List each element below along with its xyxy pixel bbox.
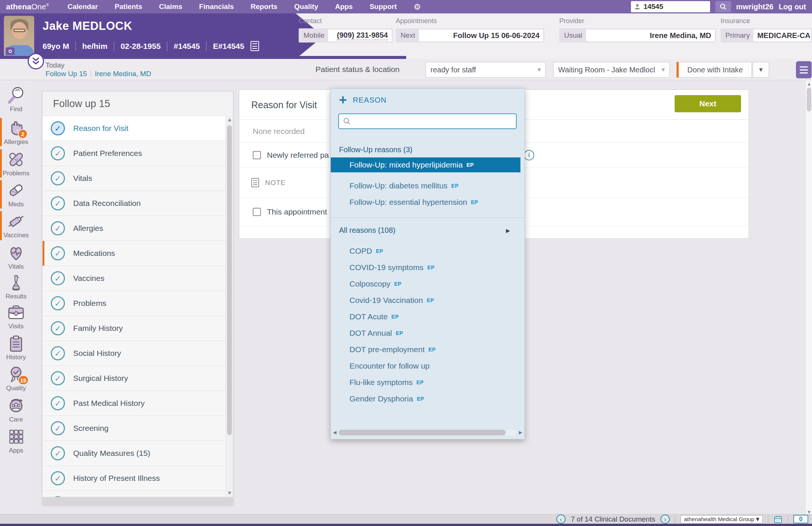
patient-id: #14545 [174,42,200,51]
checklist-title: Follow up 15 [43,92,233,116]
checklist-item-past-medical-history[interactable]: ✓Past Medical History [43,391,233,416]
reason-option-dot-pre-employment[interactable]: DOT pre-employmentEP [331,342,520,357]
patient-location-select[interactable]: Waiting Room - Jake Medlocl▼ [553,62,670,78]
reason-option-flu-like-symptoms[interactable]: Flu-like symptomsEP [331,375,520,390]
scroll-right-icon[interactable]: ▶ [519,430,522,435]
next-button[interactable]: Next [675,95,741,112]
checklist-item-problems[interactable]: ✓Problems [43,291,233,316]
nav-item-support[interactable]: Support [370,3,397,11]
info-icon[interactable]: i [524,150,534,160]
rail-item-quality[interactable]: 15 Quality [0,364,32,392]
reason-option-essential-hypertension[interactable]: Follow-Up: essential hypertensionEP [331,195,520,210]
nav-item-apps[interactable]: Apps [335,3,353,11]
search-button[interactable] [715,1,731,12]
chart-menu-button[interactable] [796,61,812,78]
newly-referred-checkbox[interactable] [253,151,261,159]
nav-item-patients[interactable]: Patients [115,3,142,11]
reason-option-gender-dysphoria[interactable]: Gender DysphoriaEP [331,391,520,406]
rail-item-visits[interactable]: Visits [0,302,32,330]
rail-item-vitals[interactable]: Vitals [0,242,32,270]
reason-option-encounter-for-follow-up[interactable]: Encounter for follow up [331,359,520,373]
contact-key: Mobile [300,29,328,41]
add-reason-label: REASON [353,96,386,104]
next-document-button[interactable]: › [660,514,670,524]
athenaone-logo[interactable]: athenaOne® [6,2,49,11]
scroll-down-icon[interactable]: ▼ [226,491,233,495]
reason-option-dot-acute[interactable]: DOT AcuteEP [331,309,520,324]
chevron-down-icon: ▼ [538,67,541,72]
checklist-item-screening[interactable]: ✓Screening [43,416,233,441]
gear-icon[interactable]: ⚙ [414,2,421,12]
scroll-up-icon[interactable]: ▲ [806,82,812,86]
rail-item-find[interactable]: Find [0,85,32,113]
reason-option-colposcopy[interactable]: ColposcopyEP [331,276,520,291]
nav-item-reports[interactable]: Reports [251,3,277,11]
logout-button[interactable]: Log out [779,3,806,11]
rail-item-vaccines[interactable]: Vaccines [0,211,32,239]
calendar-icon[interactable] [774,515,783,524]
rail-item-meds[interactable]: Meds [0,180,32,208]
checklist-item-allergies[interactable]: ✓Allergies [43,216,233,241]
done-with-intake-button[interactable]: Done with Intake [679,62,752,78]
checklist-scroll-thumb[interactable] [227,125,232,435]
checklist-item-data-reconciliation[interactable]: ✓Data Reconciliation [43,191,233,216]
checklist-item-surgical-history[interactable]: ✓Surgical History [43,366,233,391]
check-circle-icon: ✓ [51,446,65,460]
checklist-item-quality-measures[interactable]: ✓Quality Measures (15) [43,441,233,466]
search-input[interactable] [644,3,688,11]
reason-option-covid19-vaccination[interactable]: Covid-19 VaccinationEP [331,293,520,308]
nav-item-quality[interactable]: Quality [294,3,318,11]
appointment-checkbox[interactable] [253,208,261,216]
page-scroll-thumb[interactable] [807,88,811,112]
quality-count-badge: 15 [18,375,29,385]
checklist-item-vitals[interactable]: ✓Vitals [43,166,233,191]
all-reasons-header[interactable]: All reasons (108)▶ [339,226,510,235]
nav-item-calendar[interactable]: Calendar [68,3,98,11]
checklist-scrollbar[interactable]: ▲ ▼ [225,116,233,497]
camera-icon[interactable] [6,47,15,55]
encounter-link[interactable]: Follow Up 15 [46,70,87,78]
previous-document-button[interactable]: ‹ [556,514,566,524]
checklist-item-family-history[interactable]: ✓Family History [43,316,233,341]
reason-option-mixed-hyperlipidemia[interactable]: Follow-Up: mixed hyperlipidemiaEP [331,157,520,172]
page-scrollbar[interactable]: ▲ ▼ [805,80,812,516]
checklist-item-patient-preferences[interactable]: ✓Patient Preferences [43,141,233,166]
rail-item-apps[interactable]: Apps [0,426,32,454]
rail-item-history[interactable]: History [0,333,32,361]
nav-item-financials[interactable]: Financials [199,3,234,11]
dropdown-horizontal-scrollbar: ◀ ▶ [333,429,522,436]
rail-item-allergies[interactable]: 2 Allergies [0,118,32,146]
checklist-horizontal-scrollbar[interactable] [43,497,233,505]
add-reason-button[interactable]: + REASON [339,94,387,106]
patient-briefing-icon[interactable] [251,41,259,51]
dropdown-scroll-thumb[interactable] [339,430,506,435]
rail-item-results[interactable]: Results [0,272,32,300]
rail-label: Visits [9,323,24,330]
checklist-item-medications[interactable]: ✓Medications [43,241,233,266]
organization-select[interactable]: athenahealth Medical Group▼ [681,515,763,523]
checklist-item-social-history[interactable]: ✓Social History [43,341,233,366]
scroll-down-icon[interactable]: ▼ [806,510,812,514]
checklist-item-reason-for-visit[interactable]: ✓Reason for Visit [43,116,233,141]
reason-option-covid19-symptoms[interactable]: COVID-19 symptomsEP [331,260,520,275]
contact-value[interactable]: (909) 231-9854 [328,29,392,41]
reason-option-dot-annual[interactable]: DOT AnnualEP [331,326,520,341]
rail-item-problems[interactable]: Problems [0,149,32,177]
patient-status-select[interactable]: ready for staff▼ [426,62,546,78]
rail-item-care[interactable]: Care [0,395,32,423]
scroll-up-icon[interactable]: ▲ [226,117,233,122]
reason-search-input[interactable] [354,117,512,126]
note-icon [251,178,259,187]
scroll-left-icon[interactable]: ◀ [333,430,336,435]
checklist-item-history-of-present-illness[interactable]: ✓History of Present Illness [43,466,233,491]
checklist-item-vaccines[interactable]: ✓Vaccines [43,266,233,291]
done-with-intake-menu-button[interactable]: ▼ [753,62,769,78]
nav-item-claims[interactable]: Claims [159,3,182,11]
check-circle-icon: ✓ [51,271,65,285]
collapse-banner-button[interactable] [28,53,44,69]
username-menu[interactable]: mwright26 [736,3,774,11]
encounter-provider-link[interactable]: Irene Medina, MD [95,70,151,78]
patient-status-location-label: Patient status & location [315,65,399,74]
reason-option-diabetes-mellitus[interactable]: Follow-Up: diabetes mellitusEP [331,178,520,193]
reason-option-copd[interactable]: COPDEP [331,244,520,259]
